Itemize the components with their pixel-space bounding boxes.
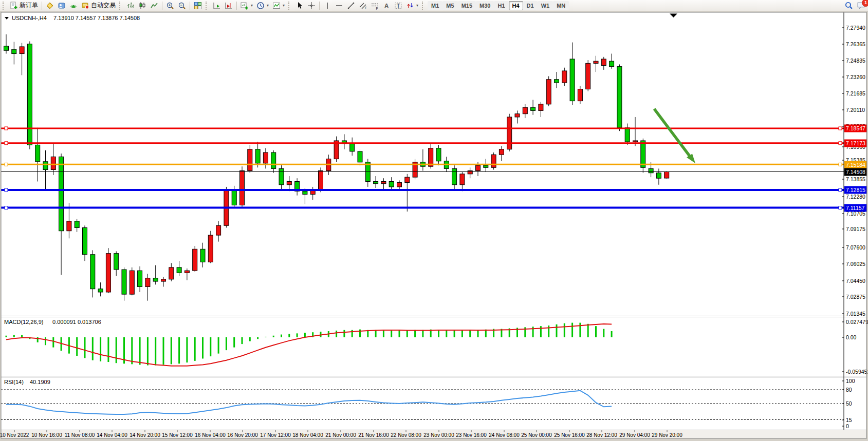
timeframe-h4[interactable]: H4 xyxy=(509,1,523,10)
line-chart-button[interactable] xyxy=(149,1,160,11)
toolbar-grip[interactable] xyxy=(119,2,123,10)
candle xyxy=(397,183,402,187)
auto-scroll-button[interactable] xyxy=(211,1,223,11)
candle xyxy=(271,152,276,168)
line-handle[interactable] xyxy=(5,188,8,191)
search-button[interactable] xyxy=(843,1,855,11)
candle xyxy=(633,141,638,142)
timeframe-m1[interactable]: M1 xyxy=(428,1,442,10)
line-handle[interactable] xyxy=(839,142,842,145)
fibonacci-button[interactable]: F xyxy=(369,1,380,11)
price-axis-label: 7.04450 xyxy=(846,278,865,284)
rsi-axis-label: 15 xyxy=(846,417,852,423)
line-handle[interactable] xyxy=(839,206,842,209)
candle xyxy=(130,271,134,294)
tile-windows-button[interactable] xyxy=(192,1,204,11)
date-axis-label: 11 Nov 08:00 xyxy=(65,432,95,438)
price-axis-label: 7.26365 xyxy=(846,41,865,47)
candle xyxy=(562,71,567,83)
trendline-button[interactable] xyxy=(345,1,357,11)
candle xyxy=(319,171,323,190)
candlestick-chart-button[interactable] xyxy=(137,1,148,11)
rsi-axis-label: 0 xyxy=(846,423,849,429)
toolbar-grip[interactable] xyxy=(3,2,6,10)
candle xyxy=(610,61,614,66)
candle xyxy=(570,59,575,101)
profile-button[interactable] xyxy=(56,1,67,11)
candle xyxy=(405,177,410,182)
line-handle[interactable] xyxy=(5,163,8,166)
toolbar-grip[interactable] xyxy=(422,2,426,10)
line-handle[interactable] xyxy=(839,163,842,166)
candle xyxy=(200,249,205,262)
text-button[interactable]: A xyxy=(381,1,392,11)
cursor-button[interactable] xyxy=(294,1,305,11)
price-line-label: 7.17173 xyxy=(846,140,865,146)
line-handle[interactable] xyxy=(839,127,842,130)
bar-chart-icon xyxy=(126,2,135,10)
toolbar-grip[interactable] xyxy=(206,2,209,10)
zoom-in-button[interactable] xyxy=(164,1,176,11)
candle xyxy=(594,61,598,63)
timeframe-h1[interactable]: H1 xyxy=(494,1,508,10)
line-handle[interactable] xyxy=(5,142,8,145)
rsi-axis-label: 100 xyxy=(846,378,855,384)
price-axis-label: 7.13855 xyxy=(846,176,865,182)
autotrading-button[interactable]: 自动交易 xyxy=(80,1,117,11)
candle xyxy=(656,173,661,178)
price-axis-label: 7.27940 xyxy=(846,25,865,31)
candle xyxy=(578,89,582,101)
candle xyxy=(90,255,95,289)
crosshair-button[interactable] xyxy=(306,1,317,11)
line-chart-icon xyxy=(150,2,158,10)
line-handle[interactable] xyxy=(839,188,842,191)
macd-axis-label: 0.027479 xyxy=(846,319,868,325)
chart-shift-button[interactable] xyxy=(223,1,234,11)
price-line-label: 7.14508 xyxy=(846,169,865,175)
zoom-in-icon xyxy=(166,2,174,10)
candle xyxy=(153,278,158,281)
candle xyxy=(20,47,24,54)
candle xyxy=(507,117,512,149)
candle xyxy=(35,145,40,161)
candle xyxy=(436,148,441,161)
indicators-button[interactable]: ▾ xyxy=(271,1,286,11)
periods-button[interactable]: ▾ xyxy=(255,1,270,11)
new-order-button[interactable]: 新订单 xyxy=(8,1,40,11)
autotrading-icon xyxy=(81,2,89,10)
candle xyxy=(531,107,535,110)
date-axis-label: 16 Nov 04:00 xyxy=(195,432,226,438)
new-chart-icon xyxy=(241,2,249,10)
line-handle[interactable] xyxy=(5,206,8,209)
candle xyxy=(649,168,653,172)
text-label-button[interactable]: T xyxy=(393,1,404,11)
bar-chart-button[interactable] xyxy=(125,1,136,11)
timeframe-m15[interactable]: M15 xyxy=(458,1,476,10)
line-handle[interactable] xyxy=(5,127,8,130)
timeframe-d1[interactable]: D1 xyxy=(523,1,538,10)
chart-background[interactable] xyxy=(1,12,866,437)
candle xyxy=(523,107,527,114)
price-axis-label: 7.24835 xyxy=(846,57,865,64)
arrows-button[interactable]: ▾ xyxy=(404,1,420,11)
notification-badge: 1 xyxy=(862,0,868,7)
horizontal-line-button[interactable] xyxy=(334,1,345,11)
timeframe-m5[interactable]: M5 xyxy=(442,1,457,10)
toolbar-grip[interactable] xyxy=(288,2,292,10)
equidistant-channel-button[interactable]: E xyxy=(357,1,368,11)
zoom-out-icon xyxy=(178,2,186,10)
new-chart-button[interactable]: ▾ xyxy=(239,1,254,11)
candle xyxy=(389,181,394,186)
candle xyxy=(216,225,221,235)
zoom-out-button[interactable] xyxy=(176,1,188,11)
candle xyxy=(279,168,284,184)
quotes-button[interactable] xyxy=(44,1,56,11)
signals-button[interactable] xyxy=(68,1,79,11)
candle xyxy=(515,114,520,117)
timeframe-w1[interactable]: W1 xyxy=(538,1,553,10)
candle xyxy=(468,171,472,174)
timeframe-mn[interactable]: MN xyxy=(553,1,569,10)
vertical-line-button[interactable] xyxy=(322,1,333,11)
timeframe-m30[interactable]: M30 xyxy=(476,1,494,10)
candle xyxy=(539,104,543,111)
